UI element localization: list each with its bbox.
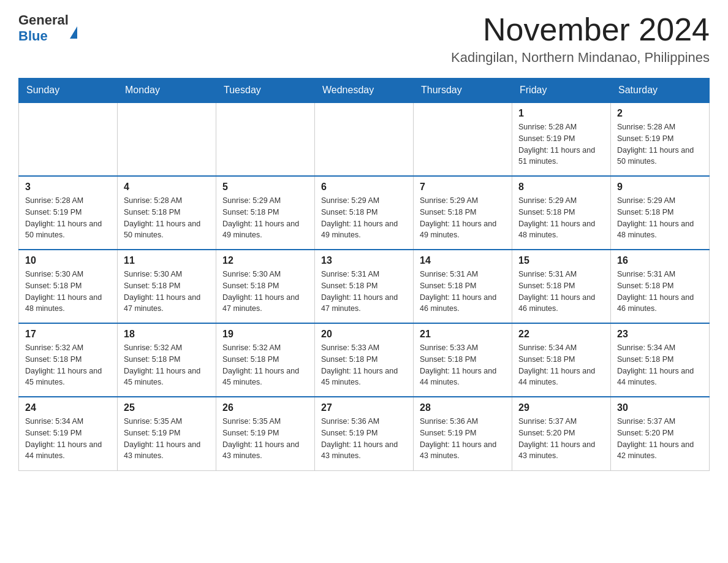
day-number: 14 <box>420 255 506 266</box>
day-info: Sunrise: 5:32 AM Sunset: 5:18 PM Dayligh… <box>25 342 111 388</box>
day-number: 28 <box>420 402 506 413</box>
calendar-cell: 22Sunrise: 5:34 AM Sunset: 5:18 PM Dayli… <box>512 323 611 397</box>
calendar-cell: 13Sunrise: 5:31 AM Sunset: 5:18 PM Dayli… <box>315 250 414 323</box>
day-info: Sunrise: 5:34 AM Sunset: 5:18 PM Dayligh… <box>617 342 703 388</box>
day-info: Sunrise: 5:30 AM Sunset: 5:18 PM Dayligh… <box>124 269 210 315</box>
logo: General Blue <box>18 12 77 44</box>
calendar-cell: 7Sunrise: 5:29 AM Sunset: 5:18 PM Daylig… <box>414 176 512 250</box>
logo-triangle-icon <box>70 16 77 39</box>
calendar-cell: 24Sunrise: 5:34 AM Sunset: 5:19 PM Dayli… <box>19 397 118 470</box>
calendar-cell: 17Sunrise: 5:32 AM Sunset: 5:18 PM Dayli… <box>19 323 118 397</box>
day-number: 16 <box>617 255 703 266</box>
day-info: Sunrise: 5:28 AM Sunset: 5:19 PM Dayligh… <box>617 121 703 167</box>
calendar-cell: 19Sunrise: 5:32 AM Sunset: 5:18 PM Dayli… <box>216 323 315 397</box>
day-info: Sunrise: 5:33 AM Sunset: 5:18 PM Dayligh… <box>321 342 407 388</box>
calendar-cell: 4Sunrise: 5:28 AM Sunset: 5:18 PM Daylig… <box>118 176 216 250</box>
calendar-cell: 8Sunrise: 5:29 AM Sunset: 5:18 PM Daylig… <box>512 176 611 250</box>
day-number: 25 <box>124 402 210 413</box>
day-number: 13 <box>321 255 407 266</box>
day-info: Sunrise: 5:37 AM Sunset: 5:20 PM Dayligh… <box>617 416 703 462</box>
day-number: 20 <box>321 329 407 340</box>
calendar-cell <box>19 102 118 176</box>
header-row: SundayMondayTuesdayWednesdayThursdayFrid… <box>19 79 710 103</box>
day-number: 30 <box>617 402 703 413</box>
header: General Blue November 2024 Kadingilan, N… <box>18 12 710 66</box>
day-number: 9 <box>617 182 703 193</box>
day-number: 11 <box>124 255 210 266</box>
calendar-cell <box>216 102 315 176</box>
day-header-sunday: Sunday <box>19 79 118 103</box>
day-info: Sunrise: 5:29 AM Sunset: 5:18 PM Dayligh… <box>617 195 703 241</box>
week-row-4: 17Sunrise: 5:32 AM Sunset: 5:18 PM Dayli… <box>19 323 710 397</box>
calendar-cell: 18Sunrise: 5:32 AM Sunset: 5:18 PM Dayli… <box>118 323 216 397</box>
day-number: 15 <box>518 255 604 266</box>
logo-text: General Blue <box>18 12 77 44</box>
day-info: Sunrise: 5:35 AM Sunset: 5:19 PM Dayligh… <box>222 416 308 462</box>
day-info: Sunrise: 5:36 AM Sunset: 5:19 PM Dayligh… <box>321 416 407 462</box>
day-info: Sunrise: 5:34 AM Sunset: 5:19 PM Dayligh… <box>25 416 111 462</box>
day-info: Sunrise: 5:32 AM Sunset: 5:18 PM Dayligh… <box>124 342 210 388</box>
day-info: Sunrise: 5:29 AM Sunset: 5:18 PM Dayligh… <box>518 195 604 241</box>
day-number: 19 <box>222 329 308 340</box>
calendar-cell: 21Sunrise: 5:33 AM Sunset: 5:18 PM Dayli… <box>414 323 512 397</box>
day-number: 8 <box>518 182 604 193</box>
day-number: 22 <box>518 329 604 340</box>
day-header-monday: Monday <box>118 79 216 103</box>
day-number: 24 <box>25 402 111 413</box>
day-info: Sunrise: 5:37 AM Sunset: 5:20 PM Dayligh… <box>518 416 604 462</box>
day-info: Sunrise: 5:34 AM Sunset: 5:18 PM Dayligh… <box>518 342 604 388</box>
day-number: 5 <box>222 182 308 193</box>
day-info: Sunrise: 5:31 AM Sunset: 5:18 PM Dayligh… <box>617 269 703 315</box>
day-info: Sunrise: 5:33 AM Sunset: 5:18 PM Dayligh… <box>420 342 506 388</box>
calendar-cell: 10Sunrise: 5:30 AM Sunset: 5:18 PM Dayli… <box>19 250 118 323</box>
week-row-2: 3Sunrise: 5:28 AM Sunset: 5:19 PM Daylig… <box>19 176 710 250</box>
day-number: 4 <box>124 182 210 193</box>
day-number: 23 <box>617 329 703 340</box>
day-info: Sunrise: 5:31 AM Sunset: 5:18 PM Dayligh… <box>420 269 506 315</box>
day-info: Sunrise: 5:31 AM Sunset: 5:18 PM Dayligh… <box>518 269 604 315</box>
day-info: Sunrise: 5:28 AM Sunset: 5:19 PM Dayligh… <box>518 121 604 167</box>
logo-blue: Blue <box>18 28 48 44</box>
day-header-wednesday: Wednesday <box>315 79 414 103</box>
day-number: 3 <box>25 182 111 193</box>
calendar-cell: 15Sunrise: 5:31 AM Sunset: 5:18 PM Dayli… <box>512 250 611 323</box>
day-number: 1 <box>518 108 604 119</box>
logo-general: General <box>18 12 69 28</box>
day-number: 21 <box>420 329 506 340</box>
calendar-cell: 28Sunrise: 5:36 AM Sunset: 5:19 PM Dayli… <box>414 397 512 470</box>
day-number: 12 <box>222 255 308 266</box>
calendar-cell: 23Sunrise: 5:34 AM Sunset: 5:18 PM Dayli… <box>611 323 710 397</box>
calendar-cell: 25Sunrise: 5:35 AM Sunset: 5:19 PM Dayli… <box>118 397 216 470</box>
day-number: 29 <box>518 402 604 413</box>
calendar-cell: 29Sunrise: 5:37 AM Sunset: 5:20 PM Dayli… <box>512 397 611 470</box>
day-info: Sunrise: 5:29 AM Sunset: 5:18 PM Dayligh… <box>222 195 308 241</box>
calendar-cell: 20Sunrise: 5:33 AM Sunset: 5:18 PM Dayli… <box>315 323 414 397</box>
day-header-thursday: Thursday <box>414 79 512 103</box>
day-info: Sunrise: 5:32 AM Sunset: 5:18 PM Dayligh… <box>222 342 308 388</box>
title-area: November 2024 Kadingilan, Northern Minda… <box>451 12 710 66</box>
calendar-cell: 11Sunrise: 5:30 AM Sunset: 5:18 PM Dayli… <box>118 250 216 323</box>
calendar-title: November 2024 <box>451 12 710 47</box>
calendar-table: SundayMondayTuesdayWednesdayThursdayFrid… <box>18 78 710 471</box>
day-info: Sunrise: 5:36 AM Sunset: 5:19 PM Dayligh… <box>420 416 506 462</box>
calendar-cell: 5Sunrise: 5:29 AM Sunset: 5:18 PM Daylig… <box>216 176 315 250</box>
day-number: 10 <box>25 255 111 266</box>
calendar-cell: 6Sunrise: 5:29 AM Sunset: 5:18 PM Daylig… <box>315 176 414 250</box>
day-header-saturday: Saturday <box>611 79 710 103</box>
day-info: Sunrise: 5:28 AM Sunset: 5:18 PM Dayligh… <box>124 195 210 241</box>
day-info: Sunrise: 5:30 AM Sunset: 5:18 PM Dayligh… <box>222 269 308 315</box>
calendar-cell: 26Sunrise: 5:35 AM Sunset: 5:19 PM Dayli… <box>216 397 315 470</box>
calendar-cell: 14Sunrise: 5:31 AM Sunset: 5:18 PM Dayli… <box>414 250 512 323</box>
calendar-cell: 1Sunrise: 5:28 AM Sunset: 5:19 PM Daylig… <box>512 102 611 176</box>
calendar-cell: 27Sunrise: 5:36 AM Sunset: 5:19 PM Dayli… <box>315 397 414 470</box>
day-info: Sunrise: 5:28 AM Sunset: 5:19 PM Dayligh… <box>25 195 111 241</box>
day-info: Sunrise: 5:30 AM Sunset: 5:18 PM Dayligh… <box>25 269 111 315</box>
day-info: Sunrise: 5:29 AM Sunset: 5:18 PM Dayligh… <box>420 195 506 241</box>
day-number: 27 <box>321 402 407 413</box>
day-info: Sunrise: 5:35 AM Sunset: 5:19 PM Dayligh… <box>124 416 210 462</box>
calendar-cell: 30Sunrise: 5:37 AM Sunset: 5:20 PM Dayli… <box>611 397 710 470</box>
day-number: 26 <box>222 402 308 413</box>
calendar-cell: 12Sunrise: 5:30 AM Sunset: 5:18 PM Dayli… <box>216 250 315 323</box>
day-number: 2 <box>617 108 703 119</box>
calendar-cell: 3Sunrise: 5:28 AM Sunset: 5:19 PM Daylig… <box>19 176 118 250</box>
